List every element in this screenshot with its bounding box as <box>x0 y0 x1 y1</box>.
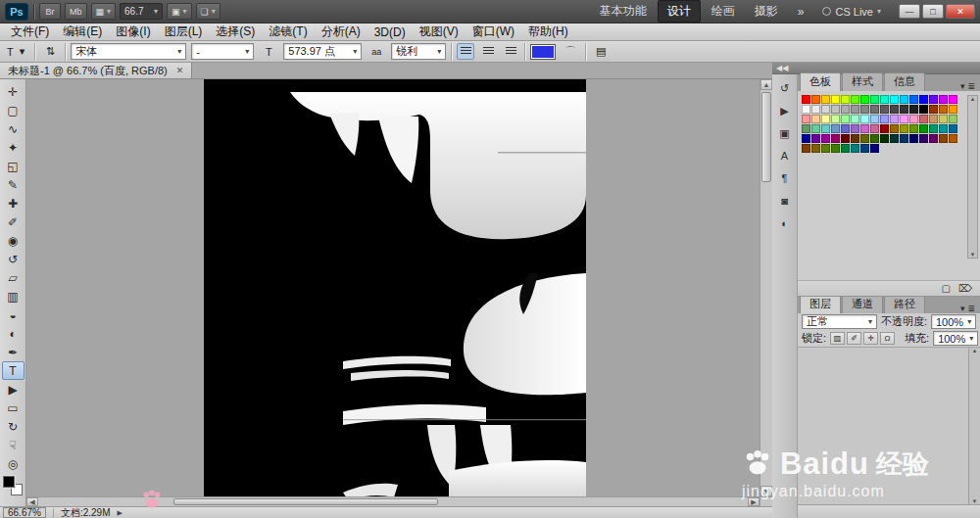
anti-alias-select[interactable]: 锐利 ▾ <box>391 43 446 60</box>
color-swatch-cell[interactable] <box>870 105 879 114</box>
color-swatch-cell[interactable] <box>802 115 810 123</box>
eraser-tool[interactable]: ▱ <box>2 268 24 287</box>
dodge-tool[interactable]: ◐ <box>2 324 24 343</box>
menu-filter[interactable]: 滤镜(T) <box>262 23 314 41</box>
color-swatch-cell[interactable] <box>880 134 889 143</box>
color-swatch-cell[interactable] <box>831 134 840 143</box>
color-swatch-cell[interactable] <box>909 134 918 143</box>
align-right-button[interactable] <box>502 43 519 60</box>
gradient-tool[interactable]: ▥ <box>2 287 24 306</box>
tool-preset-picker[interactable]: T ▾ <box>6 43 29 61</box>
color-swatch-cell[interactable] <box>949 134 957 143</box>
color-swatch-cell[interactable] <box>860 105 869 114</box>
cs-live-button[interactable]: CS Live ▾ <box>822 6 881 18</box>
color-swatch-cell[interactable] <box>939 134 948 143</box>
color-swatch-cell[interactable] <box>802 124 810 133</box>
color-swatch-cell[interactable] <box>949 105 957 114</box>
minimize-button[interactable]: — <box>899 4 920 19</box>
pen-tool[interactable]: ✒ <box>2 343 24 361</box>
caret-down-icon[interactable]: ▾ <box>960 81 965 91</box>
paragraph-panel-icon[interactable]: ¶ <box>775 169 795 187</box>
align-left-button[interactable] <box>457 43 474 60</box>
layers-scrollbar[interactable]: ▲ ▼ <box>968 348 980 504</box>
rectangle-tool[interactable]: ▭ <box>2 399 24 417</box>
maximize-button[interactable]: □ <box>922 4 944 19</box>
workspace-tab-4[interactable]: » <box>789 3 813 21</box>
masks-panel-icon[interactable]: ◙ <box>775 192 795 210</box>
color-swatch-cell[interactable] <box>919 115 928 123</box>
color-swatch-cell[interactable] <box>860 115 869 123</box>
lasso-tool[interactable]: ∿ <box>2 119 24 138</box>
color-swatch-cell[interactable] <box>831 124 840 133</box>
new-swatch-icon[interactable]: ▢ <box>941 283 950 294</box>
scroll-left-icon[interactable]: ◀ <box>26 497 38 506</box>
color-swatch-cell[interactable] <box>870 144 879 153</box>
color-swatch-cell[interactable] <box>860 124 869 133</box>
color-swatch-cell[interactable] <box>841 105 850 114</box>
color-swatch-cell[interactable] <box>900 134 908 143</box>
color-swatch-cell[interactable] <box>870 115 879 123</box>
blend-mode-select[interactable]: 正常 ▾ <box>802 314 877 329</box>
view-extras-button[interactable]: ▦▾ <box>91 3 117 20</box>
launch-mini-bridge-button[interactable]: Mb <box>65 3 87 20</box>
color-swatch-cell[interactable] <box>841 95 850 104</box>
font-style-select[interactable]: - ▾ <box>191 43 254 60</box>
toggle-panels-button[interactable]: ▤ <box>591 43 611 61</box>
horizontal-scrollbar[interactable]: ◀ ▶ <box>26 496 760 506</box>
zoom-tool[interactable]: ◎ <box>2 454 24 473</box>
tab-paths[interactable]: 路径 <box>884 297 925 313</box>
color-swatch-cell[interactable] <box>802 95 810 104</box>
lock-position-icon[interactable]: ✛ <box>863 332 878 345</box>
zoom-level-select[interactable]: 66.7▾ <box>120 3 163 20</box>
eyedropper-tool[interactable]: ✎ <box>2 175 24 194</box>
color-swatch-cell[interactable] <box>939 124 948 133</box>
color-swatch-cell[interactable] <box>919 134 928 143</box>
menu-layer[interactable]: 图层(L) <box>158 23 210 41</box>
color-swatch-cell[interactable] <box>939 95 948 104</box>
color-swatch-cell[interactable] <box>860 144 869 153</box>
move-tool[interactable]: ✛ <box>2 82 24 101</box>
tab-close-icon[interactable]: ✕ <box>176 66 184 75</box>
workspace-tab-0[interactable]: 基本功能 <box>591 1 656 22</box>
quick-selection-tool[interactable]: ✦ <box>2 138 24 157</box>
color-swatch-cell[interactable] <box>929 134 938 143</box>
color-swatch-cell[interactable] <box>880 115 889 123</box>
text-color-swatch[interactable] <box>530 44 556 60</box>
vertical-scroll-thumb[interactable] <box>761 92 771 182</box>
color-swatch-cell[interactable] <box>929 124 938 133</box>
adjustments-panel-icon[interactable]: ◐ <box>775 214 795 232</box>
menu-image[interactable]: 图像(I) <box>109 23 157 41</box>
blur-tool[interactable]: ◒ <box>2 306 24 324</box>
color-swatch-cell[interactable] <box>821 105 830 114</box>
color-swatch-cell[interactable] <box>909 95 918 104</box>
launch-bridge-button[interactable]: Br <box>39 3 61 20</box>
hand-tool[interactable]: ☟ <box>2 436 24 454</box>
color-swatch-cell[interactable] <box>851 95 859 104</box>
color-swatch-cell[interactable] <box>860 134 869 143</box>
menu-analysis[interactable]: 分析(A) <box>315 23 368 41</box>
menu-help[interactable]: 帮助(H) <box>521 23 575 41</box>
character-panel-icon[interactable]: A <box>775 147 795 165</box>
tab-channels[interactable]: 通道 <box>842 297 883 313</box>
color-swatch-cell[interactable] <box>831 95 840 104</box>
workspace-tab-2[interactable]: 绘画 <box>703 1 744 22</box>
color-swatch-cell[interactable] <box>909 105 918 114</box>
menu-window[interactable]: 窗口(W) <box>466 23 521 41</box>
status-zoom-field[interactable]: 66.67% <box>3 507 46 518</box>
color-swatch-cell[interactable] <box>821 124 830 133</box>
arrange-documents-button[interactable]: ▣▾ <box>167 3 192 20</box>
color-swatch-cell[interactable] <box>919 124 928 133</box>
vertical-scrollbar[interactable]: ▲ ▼ <box>760 79 772 496</box>
color-swatch-cell[interactable] <box>949 95 957 104</box>
color-swatch-cell[interactable] <box>900 124 908 133</box>
menu-select[interactable]: 选择(S) <box>209 23 262 41</box>
swatches-scrollbar[interactable]: ▲ ▼ <box>967 95 978 259</box>
color-swatch-cell[interactable] <box>811 144 820 153</box>
align-center-button[interactable] <box>479 43 497 60</box>
color-swatch-cell[interactable] <box>870 134 879 143</box>
tab-styles[interactable]: 样式 <box>842 72 883 91</box>
menu-3d[interactable]: 3D(D) <box>368 24 413 40</box>
lock-transparency-icon[interactable]: ▨ <box>830 332 845 345</box>
font-family-select[interactable]: 宋体 ▾ <box>71 43 186 60</box>
color-swatch-cell[interactable] <box>821 115 830 123</box>
